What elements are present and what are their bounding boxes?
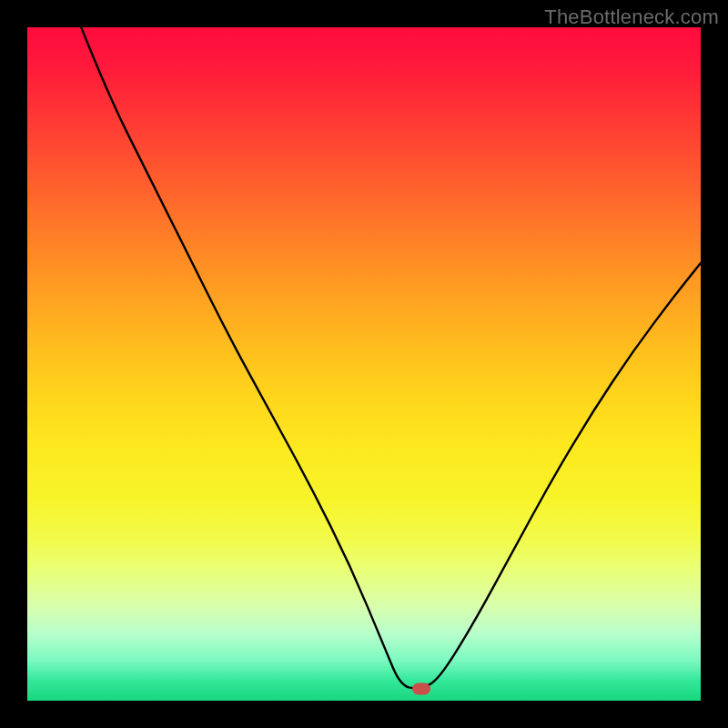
watermark-text: TheBottleneck.com [544, 5, 719, 29]
bottleneck-curve [27, 27, 701, 701]
curve-path [81, 27, 701, 688]
chart-frame: TheBottleneck.com [0, 0, 728, 728]
optimal-marker [412, 682, 430, 694]
plot-area [27, 27, 701, 701]
